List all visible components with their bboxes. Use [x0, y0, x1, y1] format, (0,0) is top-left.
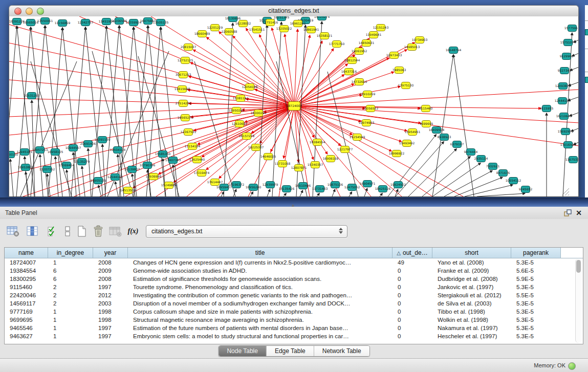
- table-row[interactable]: 2242004622012Investigating the contribut…: [5, 291, 571, 299]
- table-cell[interactable]: 0: [393, 283, 432, 291]
- table-cell[interactable]: Estimation of significance thresholds fo…: [128, 275, 393, 283]
- network-view[interactable]: 1839122619565016135500611115686912342757…: [9, 16, 579, 197]
- table-cell[interactable]: 0: [393, 275, 432, 283]
- tab-node-table[interactable]: Node Table: [219, 346, 266, 356]
- table-cell[interactable]: 9777169: [5, 308, 48, 316]
- table-cell[interactable]: Tourette syndrome. Phenomenology and cla…: [128, 283, 393, 291]
- table-cell[interactable]: 9699695: [5, 316, 48, 324]
- table-cell[interactable]: Investigating the contribution of common…: [128, 291, 393, 299]
- table-cell[interactable]: 5.5E-5: [511, 291, 561, 299]
- table-cell[interactable]: 9465546: [5, 324, 48, 332]
- table-cell[interactable]: 2: [48, 283, 93, 291]
- tab-edge-table[interactable]: Edge Table: [266, 346, 314, 356]
- table-cell[interactable]: 2008: [93, 275, 128, 283]
- table-selector[interactable]: citations_edges.txt: [146, 225, 347, 238]
- table-cell[interactable]: 18724007: [5, 258, 48, 267]
- table-cell[interactable]: 1997: [93, 283, 128, 291]
- table-cell[interactable]: 19384554: [5, 267, 48, 275]
- table-cell[interactable]: Corpus callosum shape and size in male p…: [128, 308, 393, 316]
- table-row[interactable]: 946554611997Estimation of the future num…: [5, 324, 571, 332]
- table-cell[interactable]: 49: [393, 258, 432, 267]
- table-cell[interactable]: 5.3E-5: [511, 316, 561, 324]
- table-cell[interactable]: Yano et al. (2008): [432, 258, 511, 267]
- table-cell[interactable]: 5.3E-5: [511, 258, 561, 267]
- table-cell[interactable]: 5.3E-5: [511, 283, 561, 291]
- vertical-scrollbar[interactable]: [575, 259, 582, 343]
- table-cell[interactable]: Stergiakouli et al. (2012): [432, 291, 511, 299]
- scrollbar-thumb[interactable]: [576, 260, 581, 273]
- table-cell[interactable]: 1997: [93, 332, 128, 340]
- column-header-pagerank[interactable]: pagerank: [511, 248, 561, 258]
- table-cell[interactable]: Estimation of the future numbers of pati…: [128, 324, 393, 332]
- delete-rows-button[interactable]: [91, 224, 105, 238]
- table-cell[interactable]: 0: [393, 332, 432, 340]
- table-cell[interactable]: 6: [48, 275, 93, 283]
- table-cell[interactable]: de Silva et al. (2003): [432, 299, 511, 308]
- table-cell[interactable]: 0: [393, 299, 432, 308]
- table-cell[interactable]: Hescheler et al. (1997): [432, 332, 511, 340]
- network-window[interactable]: citations_edges.txt 18391226195650161355…: [9, 5, 579, 198]
- table-cell[interactable]: 2009: [93, 267, 128, 275]
- table-cell[interactable]: 5.3E-5: [511, 299, 561, 308]
- table-cell[interactable]: 2003: [93, 299, 128, 308]
- table-cell[interactable]: Genome-wide association studies in ADHD.: [128, 267, 393, 275]
- split-view-button[interactable]: [60, 224, 75, 238]
- table-cell[interactable]: 9115460: [5, 283, 48, 291]
- tab-network-table[interactable]: Network Table: [314, 346, 369, 356]
- table-cell[interactable]: 0: [393, 308, 432, 316]
- table-cell[interactable]: Tibbo et al. (1998): [432, 308, 511, 316]
- table-cell[interactable]: 1998: [93, 308, 128, 316]
- table-cell[interactable]: 1: [48, 308, 93, 316]
- table-cell[interactable]: 2: [48, 291, 93, 299]
- table-cell[interactable]: 9463627: [5, 332, 48, 340]
- column-header-short[interactable]: short: [432, 248, 511, 258]
- table-cell[interactable]: 2008: [93, 258, 128, 267]
- table-cell[interactable]: 1998: [93, 316, 128, 324]
- table-cell[interactable]: 5.9E-5: [511, 275, 561, 283]
- table-cell[interactable]: 18300295: [5, 275, 48, 283]
- table-cell[interactable]: 5.3E-5: [511, 308, 561, 316]
- table-cell[interactable]: Embryonic stem cells: a model to study s…: [128, 332, 393, 340]
- table-cell[interactable]: 2012: [93, 291, 128, 299]
- table-row[interactable]: 977716911998Corpus callosum shape and si…: [5, 308, 571, 316]
- table-cell[interactable]: Disruption of a novel member of a sodium…: [128, 299, 393, 308]
- table-cell[interactable]: 1: [48, 324, 93, 332]
- table-cell[interactable]: 5.3E-5: [511, 324, 561, 332]
- table-cell[interactable]: Structural magnetic resonance image aver…: [128, 316, 393, 324]
- table-cell[interactable]: 1: [48, 316, 93, 324]
- float-panel-button[interactable]: [563, 209, 572, 217]
- column-header-title[interactable]: title: [128, 248, 393, 258]
- table-cell[interactable]: 0: [393, 267, 432, 275]
- table-cell[interactable]: Dudbridge et al. (2008): [432, 275, 511, 283]
- table-row[interactable]: 969969511998Structural magnetic resonanc…: [5, 316, 571, 324]
- table-cell[interactable]: Franke et al. (2009): [432, 267, 511, 275]
- column-header-year[interactable]: year: [93, 248, 128, 258]
- network-canvas[interactable]: 1839122619565016135500611115686912342757…: [9, 16, 578, 196]
- table-cell[interactable]: 0: [393, 291, 432, 299]
- table-cell[interactable]: 1997: [93, 324, 128, 332]
- table-cell[interactable]: Nakamura et al. (1997): [432, 324, 511, 332]
- column-header-name[interactable]: name: [5, 248, 48, 258]
- table-cell[interactable]: 6: [48, 267, 93, 275]
- table-row[interactable]: 1456911722003Disruption of a novel membe…: [5, 299, 571, 308]
- show-column-button[interactable]: [26, 224, 40, 238]
- table-row[interactable]: 1872400712008Changes of HCN gene express…: [5, 258, 571, 267]
- table-cell[interactable]: Jankovic et al. (1997): [432, 283, 511, 291]
- table-cell[interactable]: 0: [393, 324, 432, 332]
- table-cell[interactable]: 2: [48, 299, 93, 308]
- table-cell[interactable]: Wolkin et al. (1998): [432, 316, 511, 324]
- table-row[interactable]: 1938455462009Genome-wide association stu…: [5, 267, 571, 275]
- table-cell[interactable]: 1: [48, 258, 93, 267]
- table-cell[interactable]: 0: [393, 316, 432, 324]
- resize-grip-icon[interactable]: [568, 194, 569, 195]
- select-rows-button[interactable]: [45, 224, 59, 238]
- table-row[interactable]: 1830029562008Estimation of significance …: [5, 275, 571, 283]
- new-table-button[interactable]: [75, 224, 89, 238]
- table-cell[interactable]: 14569117: [5, 299, 48, 308]
- column-header-indegree[interactable]: in_degree: [48, 248, 93, 258]
- table-row[interactable]: 911546021997Tourette syndrome. Phenomeno…: [5, 283, 571, 291]
- table-settings-button[interactable]: [6, 224, 20, 238]
- table-cell[interactable]: Changes of HCN gene expression and I(f) …: [128, 258, 393, 267]
- function-builder-button[interactable]: f(x): [126, 224, 140, 238]
- table-row[interactable]: 946362711997Embryonic stem cells: a mode…: [5, 332, 571, 340]
